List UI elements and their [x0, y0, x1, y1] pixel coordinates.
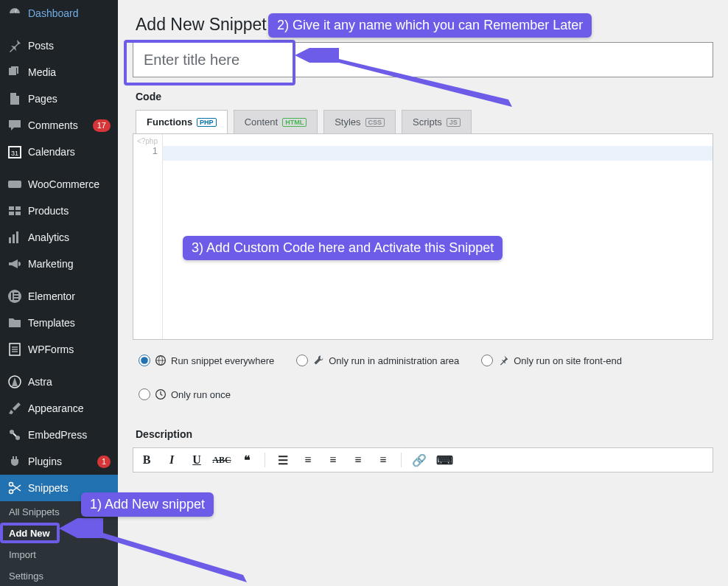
sidebar-item-label: Products — [28, 205, 111, 217]
php-badge: PHP — [197, 118, 217, 127]
sidebar-item-marketing[interactable]: Marketing — [0, 251, 118, 277]
astra-icon — [7, 374, 22, 389]
tab-label: Functions — [147, 116, 192, 128]
scope-radio[interactable] — [139, 388, 150, 400]
line-number: 1 — [133, 145, 158, 156]
sidebar-item-media[interactable]: Media — [0, 59, 118, 86]
elementor-icon — [7, 289, 22, 304]
globe-icon — [155, 355, 167, 366]
strike-button[interactable]: ABC — [214, 453, 229, 467]
keyboard-button[interactable]: ⌨ — [437, 453, 452, 467]
html-badge: HTML — [282, 118, 307, 127]
link-button[interactable]: 🔗 — [412, 453, 427, 467]
clock-icon — [155, 388, 167, 400]
description-toolbar: B I U ABC ❝ ☰ ≡ ≡ ≡ ≡ 🔗 ⌨ — [133, 447, 713, 472]
tab-label: Content — [245, 116, 279, 128]
scope-label: Only run on site front-end — [514, 355, 622, 366]
numbered-list-button[interactable]: ≡ — [301, 453, 315, 467]
svg-point-24 — [10, 483, 13, 486]
tab-functions[interactable]: FunctionsPHP — [136, 110, 228, 134]
align-left-button[interactable]: ≡ — [326, 453, 340, 467]
bullet-list-button[interactable]: ☰ — [276, 453, 290, 467]
plugins-count-badge: 1 — [97, 456, 111, 468]
analytics-icon — [7, 230, 22, 245]
embed-icon — [7, 428, 22, 442]
css-badge: CSS — [365, 118, 385, 127]
svg-rect-6 — [15, 206, 21, 210]
align-center-button[interactable]: ≡ — [351, 453, 365, 467]
svg-rect-5 — [9, 206, 14, 210]
sidebar-item-appearance[interactable]: Appearance — [0, 395, 118, 422]
sidebar-item-embedpress[interactable]: EmbedPress — [0, 422, 118, 448]
sidebar-item-label: Astra — [28, 376, 111, 388]
scope-frontend[interactable]: Only run on site front-end — [481, 355, 622, 366]
annotation-step2: 2) Give it any name which you can Rememb… — [268, 13, 592, 38]
scope-label: Run snippet everywhere — [171, 355, 274, 366]
sidebar-item-label: Appearance — [28, 402, 111, 414]
sidebar-item-plugins[interactable]: Plugins1 — [0, 448, 118, 475]
scope-admin[interactable]: Only run in administration area — [296, 355, 459, 366]
sidebar-item-dashboard[interactable]: Dashboard — [0, 0, 118, 27]
align-right-button[interactable]: ≡ — [376, 453, 391, 467]
sidebar-item-wpforms[interactable]: WPForms — [0, 336, 118, 363]
snippet-scope-options: Run snippet everywhere Only run in admin… — [133, 340, 713, 415]
svg-rect-13 — [11, 293, 13, 300]
sidebar-item-label: Calendars — [28, 146, 111, 158]
scope-radio[interactable] — [139, 355, 150, 366]
products-icon — [7, 203, 22, 218]
form-icon — [7, 342, 22, 357]
divider — [401, 453, 402, 467]
annotation-arrow-2 — [295, 44, 516, 118]
svg-rect-8 — [15, 212, 21, 215]
sidebar-item-label: Pages — [28, 93, 111, 105]
wrench-icon — [312, 355, 324, 366]
sidebar-item-comments[interactable]: Comments17 — [0, 112, 118, 139]
quote-button[interactable]: ❝ — [239, 453, 254, 467]
sidebar-item-label: Comments — [28, 119, 87, 131]
svg-rect-15 — [14, 296, 18, 297]
sidebar-item-posts[interactable]: Posts — [0, 32, 118, 59]
dashboard-icon — [7, 6, 22, 21]
sidebar-item-products[interactable]: Products — [0, 198, 118, 224]
pin-icon — [7, 38, 22, 53]
svg-rect-4 — [8, 181, 21, 188]
svg-rect-9 — [9, 237, 11, 243]
scope-once[interactable]: Only run once — [139, 388, 231, 400]
scissors-icon — [7, 481, 22, 495]
tab-label: Scripts — [413, 116, 442, 128]
scope-radio[interactable] — [481, 355, 493, 366]
description-section-label: Description — [136, 428, 713, 440]
sidebar-item-calendars[interactable]: 31Calendars — [0, 139, 118, 165]
sidebar-item-label: Marketing — [28, 258, 111, 270]
italic-button[interactable]: I — [164, 453, 179, 467]
js-badge: JS — [447, 118, 461, 127]
scope-radio[interactable] — [296, 355, 308, 366]
svg-rect-11 — [16, 231, 18, 243]
sidebar-item-pages[interactable]: Pages — [0, 86, 118, 112]
bold-button[interactable]: B — [139, 453, 154, 467]
sidebar-item-label: Dashboard — [28, 7, 111, 19]
comment-icon — [7, 118, 22, 133]
editor-gutter: <?php 1 — [133, 134, 163, 339]
brush-icon — [7, 401, 22, 416]
folder-icon — [7, 315, 22, 330]
svg-point-25 — [10, 490, 13, 494]
sidebar-item-analytics[interactable]: Analytics — [0, 224, 118, 251]
comments-count-badge: 17 — [93, 119, 111, 132]
sidebar-item-elementor[interactable]: Elementor — [0, 283, 118, 310]
underline-button[interactable]: U — [189, 453, 204, 467]
plugin-icon — [7, 454, 22, 469]
sidebar-item-astra[interactable]: Astra — [0, 369, 118, 395]
scope-label: Only run in administration area — [329, 355, 459, 366]
annotation-step3: 3) Add Custom Code here and Activate thi… — [183, 236, 503, 260]
svg-text:31: 31 — [11, 150, 18, 157]
svg-rect-16 — [14, 299, 18, 300]
sidebar-item-templates[interactable]: Templates — [0, 310, 118, 336]
scope-everywhere[interactable]: Run snippet everywhere — [139, 355, 274, 366]
php-open-tag: <?php — [133, 137, 158, 145]
sidebar-item-label: Analytics — [28, 231, 111, 243]
calendar-icon: 31 — [7, 144, 22, 159]
media-icon — [7, 65, 22, 80]
sidebar-item-label: WooCommerce — [28, 178, 111, 190]
sidebar-item-woocommerce[interactable]: WooCommerce — [0, 171, 118, 198]
